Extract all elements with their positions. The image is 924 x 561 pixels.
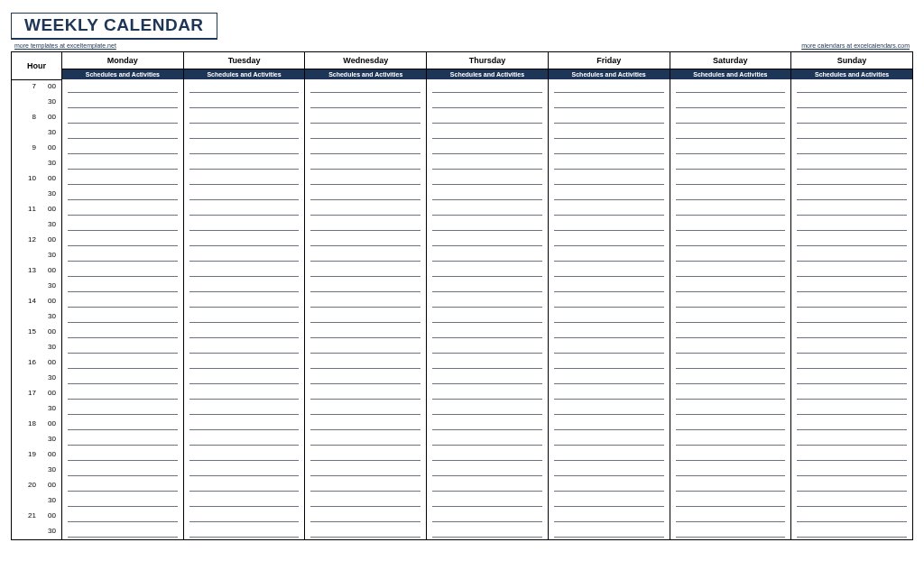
schedule-slot[interactable] <box>548 371 670 386</box>
schedule-slot[interactable] <box>62 325 184 340</box>
schedule-slot[interactable] <box>427 447 549 463</box>
schedule-slot[interactable] <box>183 79 305 95</box>
schedule-slot[interactable] <box>427 95 549 110</box>
schedule-slot[interactable] <box>305 217 427 233</box>
schedule-slot[interactable] <box>305 187 427 202</box>
schedule-slot[interactable] <box>427 309 549 325</box>
schedule-slot[interactable] <box>62 279 184 294</box>
schedule-slot[interactable] <box>670 125 791 141</box>
schedule-slot[interactable] <box>670 325 791 340</box>
schedule-slot[interactable] <box>62 110 184 125</box>
schedule-slot[interactable] <box>791 463 913 478</box>
schedule-slot[interactable] <box>791 156 913 171</box>
schedule-slot[interactable] <box>791 187 913 202</box>
schedule-slot[interactable] <box>62 509 184 524</box>
schedule-slot[interactable] <box>305 110 427 125</box>
schedule-slot[interactable] <box>670 79 791 95</box>
schedule-slot[interactable] <box>62 493 184 509</box>
schedule-slot[interactable] <box>305 95 427 110</box>
schedule-slot[interactable] <box>791 524 913 539</box>
schedule-slot[interactable] <box>548 187 670 202</box>
schedule-slot[interactable] <box>791 325 913 340</box>
schedule-slot[interactable] <box>183 110 305 125</box>
schedule-slot[interactable] <box>183 371 305 386</box>
schedule-slot[interactable] <box>305 263 427 279</box>
schedule-slot[interactable] <box>183 493 305 509</box>
schedule-slot[interactable] <box>670 95 791 110</box>
schedule-slot[interactable] <box>62 141 184 156</box>
schedule-slot[interactable] <box>791 95 913 110</box>
schedule-slot[interactable] <box>427 493 549 509</box>
schedule-slot[interactable] <box>62 202 184 217</box>
schedule-slot[interactable] <box>305 309 427 325</box>
schedule-slot[interactable] <box>548 156 670 171</box>
schedule-slot[interactable] <box>305 156 427 171</box>
schedule-slot[interactable] <box>791 401 913 417</box>
schedule-slot[interactable] <box>305 233 427 248</box>
schedule-slot[interactable] <box>62 95 184 110</box>
schedule-slot[interactable] <box>548 171 670 187</box>
schedule-slot[interactable] <box>548 463 670 478</box>
schedule-slot[interactable] <box>548 217 670 233</box>
schedule-slot[interactable] <box>305 463 427 478</box>
schedule-slot[interactable] <box>62 294 184 309</box>
schedule-slot[interactable] <box>548 325 670 340</box>
schedule-slot[interactable] <box>791 355 913 371</box>
schedule-slot[interactable] <box>183 125 305 141</box>
schedule-slot[interactable] <box>183 401 305 417</box>
schedule-slot[interactable] <box>791 386 913 401</box>
schedule-slot[interactable] <box>183 156 305 171</box>
schedule-slot[interactable] <box>427 432 549 447</box>
schedule-slot[interactable] <box>791 125 913 141</box>
schedule-slot[interactable] <box>791 294 913 309</box>
schedule-slot[interactable] <box>670 509 791 524</box>
schedule-slot[interactable] <box>548 509 670 524</box>
schedule-slot[interactable] <box>427 248 549 263</box>
schedule-slot[interactable] <box>305 202 427 217</box>
schedule-slot[interactable] <box>305 294 427 309</box>
schedule-slot[interactable] <box>548 79 670 95</box>
schedule-slot[interactable] <box>670 279 791 294</box>
schedule-slot[interactable] <box>305 417 427 432</box>
schedule-slot[interactable] <box>183 294 305 309</box>
schedule-slot[interactable] <box>183 478 305 493</box>
schedule-slot[interactable] <box>670 340 791 355</box>
schedule-slot[interactable] <box>548 447 670 463</box>
schedule-slot[interactable] <box>548 417 670 432</box>
schedule-slot[interactable] <box>670 371 791 386</box>
schedule-slot[interactable] <box>62 478 184 493</box>
schedule-slot[interactable] <box>62 355 184 371</box>
schedule-slot[interactable] <box>305 524 427 539</box>
schedule-slot[interactable] <box>62 187 184 202</box>
schedule-slot[interactable] <box>548 309 670 325</box>
schedule-slot[interactable] <box>305 340 427 355</box>
schedule-slot[interactable] <box>791 340 913 355</box>
schedule-slot[interactable] <box>305 447 427 463</box>
schedule-slot[interactable] <box>62 156 184 171</box>
schedule-slot[interactable] <box>548 233 670 248</box>
schedule-slot[interactable] <box>791 478 913 493</box>
schedule-slot[interactable] <box>62 401 184 417</box>
schedule-slot[interactable] <box>548 248 670 263</box>
schedule-slot[interactable] <box>305 141 427 156</box>
schedule-slot[interactable] <box>427 325 549 340</box>
schedule-slot[interactable] <box>670 432 791 447</box>
schedule-slot[interactable] <box>791 509 913 524</box>
schedule-slot[interactable] <box>791 171 913 187</box>
schedule-slot[interactable] <box>427 279 549 294</box>
schedule-slot[interactable] <box>548 493 670 509</box>
schedule-slot[interactable] <box>427 202 549 217</box>
schedule-slot[interactable] <box>62 171 184 187</box>
schedule-slot[interactable] <box>62 263 184 279</box>
schedule-slot[interactable] <box>305 493 427 509</box>
schedule-slot[interactable] <box>791 248 913 263</box>
schedule-slot[interactable] <box>305 79 427 95</box>
schedule-slot[interactable] <box>670 202 791 217</box>
schedule-slot[interactable] <box>183 95 305 110</box>
schedule-slot[interactable] <box>62 463 184 478</box>
schedule-slot[interactable] <box>183 141 305 156</box>
schedule-slot[interactable] <box>62 79 184 95</box>
link-templates[interactable]: more templates at exceltemplate.net <box>14 42 116 49</box>
schedule-slot[interactable] <box>62 524 184 539</box>
schedule-slot[interactable] <box>548 478 670 493</box>
